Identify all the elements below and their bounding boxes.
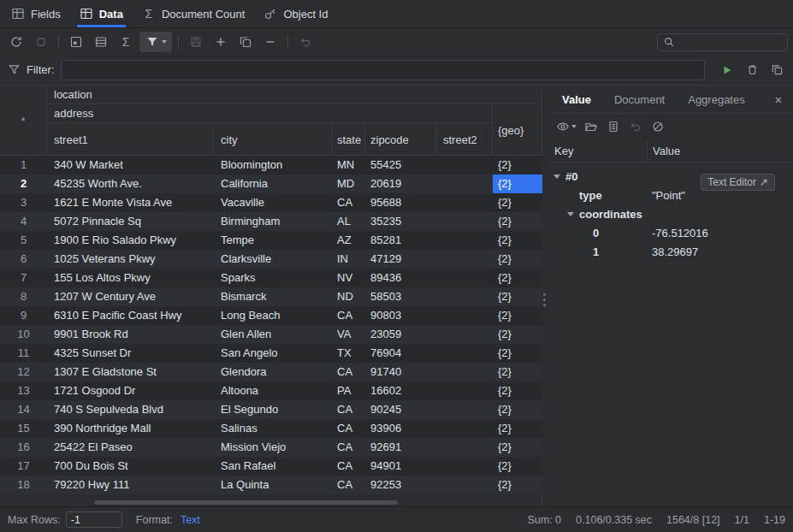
save-button[interactable]	[185, 32, 207, 52]
cell-street1[interactable]: 390 Northridge Mall	[47, 419, 214, 438]
cell-city[interactable]: California	[214, 174, 332, 193]
cell-zipcode[interactable]: 92691	[365, 438, 436, 457]
cell-zipcode[interactable]: 91740	[365, 363, 436, 381]
cell-zipcode[interactable]: 94901	[365, 457, 436, 476]
duplicate-row-button[interactable]	[234, 32, 257, 52]
row-number[interactable]: 17	[0, 457, 47, 476]
row-number[interactable]: 8	[0, 287, 47, 306]
cell-city[interactable]: Long Beach	[214, 306, 332, 325]
tree-row[interactable]: 0-76.512016	[547, 223, 793, 242]
cell-street1[interactable]: 155 Los Altos Pkwy	[47, 269, 214, 287]
cell-street1[interactable]: 4325 Sunset Dr	[47, 344, 214, 363]
cell-geo[interactable]: {2}	[493, 156, 542, 174]
cell-city[interactable]: Bloomington	[214, 156, 332, 174]
cell-street2[interactable]	[436, 438, 493, 457]
cell-geo[interactable]: {2}	[493, 400, 542, 419]
aggregate-button[interactable]: Σ	[115, 32, 137, 52]
cell-geo[interactable]: {2}	[493, 212, 542, 231]
cell-street1[interactable]: 45235 Worth Ave.	[47, 174, 214, 193]
tree-row[interactable]: 138.29697	[547, 242, 793, 261]
column-header-city[interactable]: city	[214, 123, 332, 156]
cell-city[interactable]: Tempe	[214, 231, 332, 250]
cell-city[interactable]: San Rafael	[214, 457, 332, 476]
tab-object-id[interactable]: Object Id	[254, 0, 337, 27]
cell-street2[interactable]	[436, 306, 493, 325]
cell-zipcode[interactable]: 76904	[365, 344, 436, 363]
column-header-zipcode[interactable]: zipcode	[365, 123, 436, 156]
max-rows-input[interactable]	[66, 511, 122, 528]
tab-document[interactable]: Document	[614, 93, 665, 106]
cell-street1[interactable]: 1307 E Gladstone St	[47, 363, 214, 381]
cell-street2[interactable]	[436, 156, 493, 174]
cell-street1[interactable]: 700 Du Bois St	[47, 457, 214, 476]
tree-value[interactable]: "Point"	[647, 189, 685, 202]
cell-street1[interactable]: 25422 El Paseo	[47, 438, 214, 457]
cell-street1[interactable]: 6310 E Pacific Coast Hwy	[47, 306, 214, 325]
cell-city[interactable]: Altoona	[214, 381, 332, 400]
add-row-button[interactable]	[210, 32, 232, 52]
cell-city[interactable]: Clarksville	[214, 250, 332, 269]
cell-state[interactable]: MD	[332, 174, 365, 193]
row-number[interactable]: 12	[0, 363, 47, 381]
cell-street2[interactable]	[436, 287, 493, 306]
cell-zipcode[interactable]: 92253	[365, 476, 436, 494]
column-header-state[interactable]: state	[332, 123, 365, 156]
cell-zipcode[interactable]: 23059	[365, 325, 436, 344]
row-number[interactable]: 1	[0, 156, 47, 174]
tree-value[interactable]: 38.29697	[647, 245, 698, 258]
cell-geo[interactable]: {2}	[493, 193, 542, 212]
tab-aggregates[interactable]: Aggregates	[688, 93, 745, 106]
filter-toggle-button[interactable]	[139, 32, 172, 52]
cell-street2[interactable]	[436, 250, 493, 269]
cell-city[interactable]: Birmingham	[214, 212, 332, 231]
cell-geo[interactable]: {2}	[493, 306, 542, 325]
cell-street1[interactable]: 9901 Brook Rd	[47, 325, 214, 344]
cell-city[interactable]: Vacaville	[214, 193, 332, 212]
cell-street2[interactable]	[436, 457, 493, 476]
row-number[interactable]: 9	[0, 306, 47, 325]
open-cell-editor-button[interactable]	[65, 32, 87, 52]
cell-geo[interactable]: {2}	[493, 476, 542, 494]
delete-row-button[interactable]	[259, 32, 281, 52]
cell-street1[interactable]: 340 W Market	[47, 156, 214, 174]
cell-state[interactable]: CA	[332, 363, 365, 381]
cell-street1[interactable]: 5072 Pinnacle Sq	[47, 212, 214, 231]
cell-street2[interactable]	[436, 174, 493, 193]
cell-state[interactable]: CA	[332, 476, 365, 494]
cell-city[interactable]: Bismarck	[214, 287, 332, 306]
cell-zipcode[interactable]: 95688	[365, 193, 436, 212]
cell-geo[interactable]: {2}	[493, 381, 542, 400]
cell-street2[interactable]	[436, 419, 493, 438]
cell-street2[interactable]	[436, 381, 493, 400]
cell-geo[interactable]: {2}	[493, 287, 542, 306]
cell-geo[interactable]: {2}	[493, 363, 542, 381]
cell-zipcode[interactable]: 16602	[365, 381, 436, 400]
scrollbar-thumb[interactable]	[94, 500, 398, 505]
cell-state[interactable]: AL	[332, 212, 365, 231]
cell-street2[interactable]	[436, 344, 493, 363]
filter-input[interactable]	[61, 60, 706, 80]
cell-zipcode[interactable]: 90803	[365, 306, 436, 325]
corner-header[interactable]: *	[0, 86, 47, 156]
key-column-header[interactable]: Key	[547, 145, 647, 157]
tab-data[interactable]: Data	[70, 0, 133, 27]
row-number[interactable]: 15	[0, 419, 47, 438]
open-file-button[interactable]	[582, 117, 601, 136]
search-input[interactable]	[679, 36, 787, 49]
row-number[interactable]: 5	[0, 231, 47, 250]
cell-street2[interactable]	[436, 325, 493, 344]
cell-street2[interactable]	[436, 476, 493, 494]
column-header-street2[interactable]: street2	[436, 123, 493, 156]
row-number[interactable]: 10	[0, 325, 47, 344]
cell-street2[interactable]	[436, 363, 493, 381]
row-number[interactable]: 7	[0, 269, 47, 287]
row-number[interactable]: 4	[0, 212, 47, 231]
cell-state[interactable]: CA	[332, 438, 365, 457]
cell-state[interactable]: CA	[332, 193, 365, 212]
cell-state[interactable]: CA	[332, 306, 365, 325]
cell-zipcode[interactable]: 35235	[365, 212, 436, 231]
cell-city[interactable]: Glendora	[214, 363, 332, 381]
cell-street1[interactable]: 79220 Hwy 111	[47, 476, 214, 494]
tree-row[interactable]: coordinates	[547, 204, 793, 223]
format-value-link[interactable]: Text	[180, 514, 200, 526]
